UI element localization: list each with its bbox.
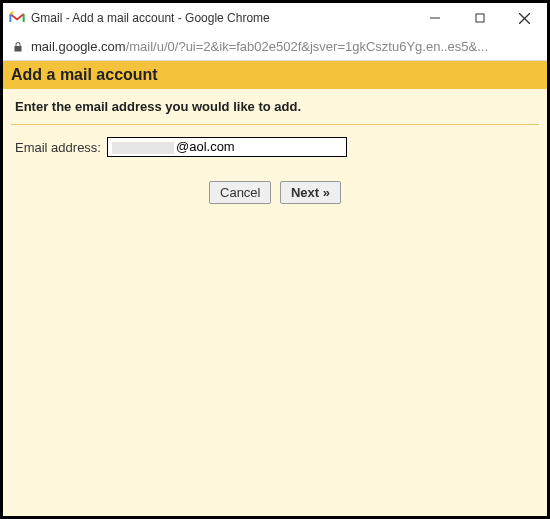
minimize-button[interactable] [412,3,457,33]
email-value-suffix: @aol.com [176,139,235,154]
redacted-segment [112,142,174,154]
page-heading: Add a mail account [3,61,547,89]
address-bar[interactable]: mail.google.com/mail/u/0/?ui=2&ik=fab02e… [3,33,547,61]
chrome-window: Gmail - Add a mail account - Google Chro… [0,0,550,519]
maximize-button[interactable] [457,3,502,33]
url-host: mail.google.com [31,39,126,54]
window-titlebar: Gmail - Add a mail account - Google Chro… [3,3,547,33]
cancel-button[interactable]: Cancel [209,181,271,204]
page-instruction: Enter the email address you would like t… [3,89,547,120]
email-field[interactable]: @aol.com [107,137,347,157]
email-label: Email address: [15,140,101,155]
window-title: Gmail - Add a mail account - Google Chro… [31,11,270,25]
window-controls [412,3,547,33]
page-content: Add a mail account Enter the email addre… [3,61,547,516]
url-path: /mail/u/0/?ui=2&ik=fab02e502f&jsver=1gkC… [126,39,488,54]
next-button[interactable]: Next » [280,181,341,204]
svg-rect-1 [476,14,484,22]
button-row: Cancel Next » [3,169,547,216]
close-button[interactable] [502,3,547,33]
lock-icon [11,40,25,54]
gmail-favicon-icon [9,10,25,26]
email-row: Email address: @aol.com [3,125,547,169]
